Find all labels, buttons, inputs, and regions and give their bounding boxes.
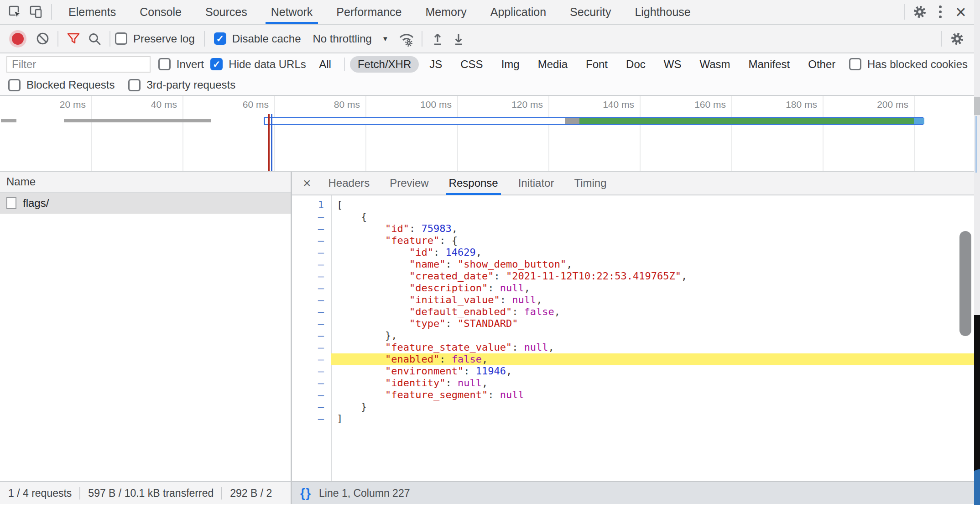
request-phase-segment <box>579 118 914 124</box>
network-conditions-button[interactable] <box>396 28 417 49</box>
tab-sources[interactable]: Sources <box>193 0 259 24</box>
code-line: –] <box>292 413 974 425</box>
resource-type-icon <box>6 197 16 209</box>
code-text: "identity": null, <box>331 377 974 389</box>
code-line: 1[ <box>292 199 974 211</box>
clear-button[interactable] <box>32 28 53 49</box>
fold-marker[interactable]: – <box>292 306 331 318</box>
fold-marker[interactable]: – <box>292 377 331 389</box>
type-filter-font[interactable]: Font <box>578 56 615 73</box>
blocked-requests-checkbox[interactable] <box>8 79 21 91</box>
divider <box>344 58 345 71</box>
close-devtools-button[interactable]: × <box>950 2 971 22</box>
third-party-checkbox[interactable] <box>128 79 141 91</box>
gear-icon <box>950 32 964 46</box>
third-party-label[interactable]: 3rd-party requests <box>146 79 235 91</box>
detail-tab-timing[interactable]: Timing <box>564 172 616 195</box>
wifi-gear-icon <box>398 31 415 47</box>
fold-marker[interactable]: – <box>292 270 331 282</box>
response-viewer[interactable]: 1[– {– "id": 75983,– "feature": {– "id":… <box>292 195 974 481</box>
divider <box>79 487 80 500</box>
device-toolbar-icon <box>29 5 43 19</box>
detail-tab-initiator[interactable]: Initiator <box>508 172 564 195</box>
tick-label: 160 ms <box>653 99 726 110</box>
fold-marker[interactable]: – <box>292 389 331 401</box>
preserve-log-label[interactable]: Preserve log <box>133 32 195 45</box>
tab-security[interactable]: Security <box>558 0 623 24</box>
fold-marker[interactable]: – <box>292 211 331 223</box>
braces-icon: {} <box>300 486 312 500</box>
close-detail-icon[interactable]: × <box>296 175 318 191</box>
type-filter-media[interactable]: Media <box>530 56 575 73</box>
type-filter-fetch-xhr[interactable]: Fetch/XHR <box>350 56 419 73</box>
response-scrollbar[interactable] <box>959 231 971 336</box>
tab-memory[interactable]: Memory <box>413 0 478 24</box>
preserve-log-checkbox[interactable] <box>115 32 127 45</box>
fold-marker[interactable]: – <box>292 342 331 353</box>
tab-performance[interactable]: Performance <box>324 0 413 24</box>
fold-marker[interactable]: – <box>292 282 331 294</box>
blocked-requests-label[interactable]: Blocked Requests <box>26 79 115 91</box>
code-line: – "feature": { <box>292 235 974 247</box>
filter-toggle-button[interactable] <box>63 28 84 49</box>
type-filter-css[interactable]: CSS <box>453 56 490 73</box>
tab-network[interactable]: Network <box>259 0 325 24</box>
invert-checkbox[interactable] <box>158 58 171 70</box>
type-filter-other[interactable]: Other <box>800 56 843 73</box>
overview-small-request-bar <box>64 119 211 122</box>
more-options-button[interactable] <box>930 2 950 22</box>
disable-cache-checkbox[interactable] <box>214 32 226 45</box>
type-filter-doc[interactable]: Doc <box>618 56 653 73</box>
has-blocked-cookies-checkbox[interactable] <box>849 58 861 70</box>
hide-data-urls-checkbox[interactable] <box>210 58 223 70</box>
export-har-button[interactable] <box>448 28 469 49</box>
fold-marker[interactable]: – <box>292 413 331 425</box>
hide-data-urls-label[interactable]: Hide data URLs <box>229 58 306 71</box>
request-row-flags[interactable]: flags/ <box>0 193 291 214</box>
invert-label[interactable]: Invert <box>177 58 204 71</box>
code-text: "created_date": "2021-11-12T10:22:53.419… <box>331 270 974 282</box>
filter-input[interactable] <box>6 56 151 73</box>
gridline <box>91 96 92 171</box>
tab-console[interactable]: Console <box>128 0 193 24</box>
tab-application[interactable]: Application <box>479 0 558 24</box>
requests-panel: Name flags/ 1 / 4 requests 597 B / 10.1 … <box>0 172 292 504</box>
record-button[interactable] <box>12 33 24 45</box>
search-button[interactable] <box>84 28 105 49</box>
fold-marker[interactable]: – <box>292 258 331 270</box>
network-overview[interactable]: 20 ms40 ms60 ms80 ms100 ms120 ms140 ms16… <box>0 96 974 172</box>
fold-marker[interactable]: – <box>292 353 331 365</box>
disable-cache-label[interactable]: Disable cache <box>232 32 301 45</box>
type-filter-all[interactable]: All <box>311 56 339 73</box>
type-filter-img[interactable]: Img <box>494 56 527 73</box>
tick-label: 200 ms <box>835 99 908 110</box>
fold-marker[interactable]: – <box>292 365 331 377</box>
type-filter-js[interactable]: JS <box>422 56 450 73</box>
type-filter-wasm[interactable]: Wasm <box>692 56 738 73</box>
fold-marker[interactable]: – <box>292 223 331 235</box>
network-settings-button[interactable] <box>947 28 968 49</box>
requests-column-header[interactable]: Name <box>0 172 291 193</box>
chat-button-partial[interactable] <box>974 468 980 505</box>
settings-button[interactable] <box>909 1 930 22</box>
type-filter-ws[interactable]: WS <box>656 56 689 73</box>
fold-marker[interactable]: – <box>292 318 331 330</box>
detail-tab-headers[interactable]: Headers <box>318 172 380 195</box>
code-text: "type": "STANDARD" <box>331 318 974 330</box>
has-blocked-cookies-label[interactable]: Has blocked cookies <box>867 58 968 71</box>
fold-marker[interactable]: – <box>292 235 331 247</box>
fold-marker[interactable]: – <box>292 330 331 342</box>
import-har-button[interactable] <box>427 28 448 49</box>
detail-tab-preview[interactable]: Preview <box>380 172 438 195</box>
tick-label: 120 ms <box>470 99 543 110</box>
type-filter-manifest[interactable]: Manifest <box>741 56 798 73</box>
fold-marker[interactable]: – <box>292 294 331 306</box>
tab-elements[interactable]: Elements <box>57 0 128 24</box>
inspect-element-button[interactable] <box>5 1 26 22</box>
fold-marker[interactable]: – <box>292 247 331 258</box>
detail-tab-response[interactable]: Response <box>439 172 508 195</box>
throttling-select[interactable]: No throttling <box>313 32 388 45</box>
fold-marker[interactable]: – <box>292 401 331 413</box>
device-toolbar-button[interactable] <box>26 1 47 22</box>
tab-lighthouse[interactable]: Lighthouse <box>623 0 702 24</box>
